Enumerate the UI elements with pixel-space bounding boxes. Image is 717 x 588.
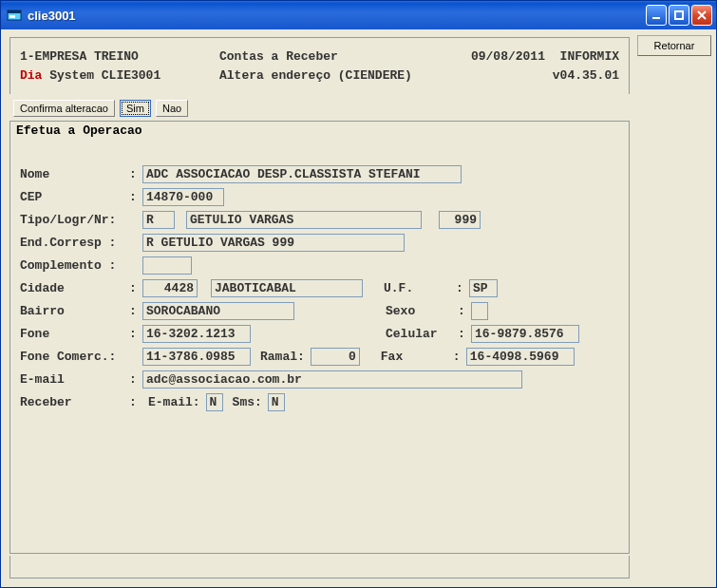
receber-label: Receber: [20, 395, 129, 409]
header-company: 1-EMPRESA TREINO: [20, 47, 219, 66]
end-corresp-field[interactable]: R GETULIO VARGAS 999: [142, 234, 405, 252]
footer-strip: [9, 556, 630, 579]
nome-field[interactable]: ADC ASSOCIACAO DESP.CLASSISTA STEFANI: [142, 165, 462, 183]
tipo-logr-nr-label: Tipo/Logr/Nr:: [20, 213, 142, 227]
celular-field[interactable]: 16-9879.8576: [471, 325, 579, 343]
bairro-field[interactable]: SOROCABANO: [142, 302, 294, 320]
receber-email-label: E-mail:: [148, 395, 200, 409]
client-area: 1-EMPRESA TREINO Contas a Receber 09/08/…: [1, 29, 716, 587]
header-system: Dia System CLIE3001: [20, 66, 219, 85]
uf-field[interactable]: SP: [469, 279, 498, 297]
nome-label: Nome: [20, 167, 129, 181]
svg-rect-1: [8, 10, 21, 13]
cidade-label: Cidade: [20, 281, 129, 295]
cep-label: CEP: [20, 190, 129, 204]
confirma-alteracao-button[interactable]: Confirma alteracao: [13, 100, 115, 117]
nao-button[interactable]: Nao: [156, 100, 188, 117]
receber-sms-field[interactable]: N: [268, 393, 285, 411]
maximize-button[interactable]: [669, 5, 689, 26]
header-action: Altera endereço (CIENDERE): [219, 66, 553, 85]
header-module: Contas a Receber: [219, 47, 471, 66]
app-window: clie3001 1-EMPRESA TREINO Contas a Receb…: [0, 0, 717, 588]
fone-comerc-label: Fone Comerc.:: [20, 350, 142, 364]
receber-email-field[interactable]: N: [206, 393, 223, 411]
svg-rect-2: [9, 15, 15, 18]
cep-field[interactable]: 14870-000: [142, 188, 224, 206]
fax-label: Fax: [381, 350, 453, 364]
email-field[interactable]: adc@associacao.com.br: [142, 370, 522, 389]
svg-rect-4: [675, 11, 683, 19]
uf-label: U.F.: [384, 281, 456, 295]
dia-label: Dia: [20, 68, 42, 83]
ramal-field[interactable]: 0: [311, 348, 360, 366]
numero-field[interactable]: 999: [439, 211, 481, 229]
cidade-nome-field[interactable]: JABOTICABAL: [211, 279, 363, 297]
app-icon: [7, 8, 22, 23]
complemento-label: Complemento :: [20, 258, 142, 273]
confirm-toolbar: Confirma alteracao Sim Nao: [9, 94, 630, 121]
window-title: clie3001: [28, 9, 646, 23]
tipo-field[interactable]: R: [142, 211, 175, 229]
email-label: E-mail: [20, 372, 129, 387]
sexo-field[interactable]: [471, 302, 488, 320]
ramal-label: Ramal:: [260, 350, 305, 364]
logradouro-field[interactable]: GETULIO VARGAS: [186, 211, 422, 229]
retornar-button[interactable]: Retornar: [637, 35, 711, 56]
end-corresp-label: End.Corresp :: [20, 236, 142, 250]
svg-rect-3: [652, 17, 660, 19]
sexo-label: Sexo: [386, 304, 458, 318]
fone-field[interactable]: 16-3202.1213: [142, 325, 251, 343]
cidade-cod-field[interactable]: 4428: [142, 279, 198, 297]
header-version: v04.35.01: [553, 66, 619, 85]
header-box: 1-EMPRESA TREINO Contas a Receber 09/08/…: [9, 37, 630, 94]
window-controls: [646, 5, 712, 26]
status-strip: Efetua a Operacao: [9, 121, 630, 142]
bairro-label: Bairro: [20, 304, 129, 318]
side-panel: Retornar: [635, 31, 713, 584]
titlebar: clie3001: [1, 1, 716, 29]
fone-comerc-field[interactable]: 11-3786.0985: [142, 348, 251, 366]
minimize-button[interactable]: [646, 5, 667, 26]
sim-button[interactable]: Sim: [120, 100, 151, 117]
complemento-field[interactable]: [142, 256, 192, 275]
close-button[interactable]: [691, 5, 712, 26]
fax-field[interactable]: 16-4098.5969: [466, 348, 575, 366]
form-area: 1-EMPRESA TREINO Contas a Receber 09/08/…: [4, 31, 635, 584]
header-date-db: 09/08/2011 INFORMIX: [471, 47, 619, 66]
fone-label: Fone: [20, 327, 129, 341]
receber-sms-label: Sms:: [233, 395, 262, 409]
celular-label: Celular: [386, 327, 458, 341]
form-fields: Nome : ADC ASSOCIACAO DESP.CLASSISTA STE…: [9, 142, 630, 554]
